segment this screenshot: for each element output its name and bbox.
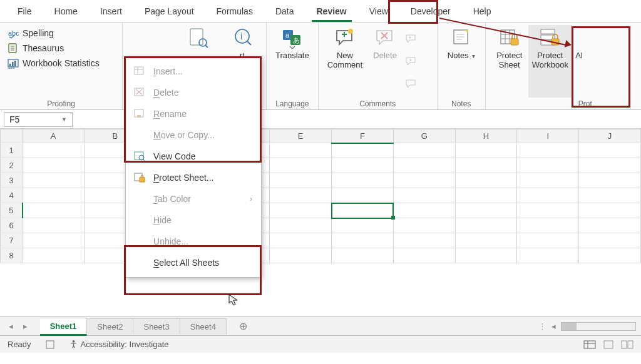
ctx-tab-color[interactable]: Tab Color › xyxy=(126,188,261,210)
tab-insert[interactable]: Insert xyxy=(89,1,133,21)
svg-rect-34 xyxy=(511,39,518,45)
col-E[interactable]: E xyxy=(270,129,332,143)
btn-workbook-stats[interactable]: 123 Workbook Statistics xyxy=(8,58,115,69)
mouse-cursor-icon xyxy=(228,294,238,306)
svg-point-40 xyxy=(72,340,74,343)
btn-new-comment[interactable]: NewComment xyxy=(324,25,366,98)
select-all-corner[interactable] xyxy=(1,129,23,143)
ctx-delete[interactable]: Delete xyxy=(126,82,261,103)
btn-translate[interactable]: aあ Translate xyxy=(272,25,313,61)
btn-protect-sheet[interactable]: ProtectSheet xyxy=(491,25,528,98)
row-6[interactable]: 6 xyxy=(1,218,23,233)
accessibility-icon xyxy=(69,340,78,349)
ctx-move-copy[interactable]: Move or Copy... xyxy=(126,124,261,146)
svg-rect-35 xyxy=(541,29,555,34)
svg-rect-8 xyxy=(14,61,16,66)
chevron-down-icon[interactable]: ▼ xyxy=(61,116,67,123)
view-normal-icon[interactable] xyxy=(583,340,596,349)
tab-view[interactable]: View xyxy=(358,1,399,21)
add-sheet-button[interactable]: ⊕ xyxy=(227,320,260,332)
notes-icon xyxy=(451,28,472,49)
group-language: aあ Translate Language xyxy=(267,23,319,109)
cell-F5[interactable] xyxy=(332,203,394,218)
next-comment-icon[interactable] xyxy=(405,56,416,67)
delete-comment-icon xyxy=(374,28,396,49)
svg-rect-45 xyxy=(622,341,627,348)
partial-icon xyxy=(573,28,585,49)
prev-comment-icon[interactable] xyxy=(405,33,416,44)
svg-text:123: 123 xyxy=(8,66,15,69)
spelling-label: Spelling xyxy=(23,28,54,38)
status-accessibility[interactable]: Accessibility: Investigate xyxy=(69,340,169,349)
btn-spelling[interactable]: abc Spelling xyxy=(8,28,115,39)
sheet-lookup-icon xyxy=(188,28,209,49)
sheet-context-menu: Insert... Delete Rename Move or Copy... … xyxy=(125,56,262,278)
ctx-select-all-sheets[interactable]: Select All Sheets xyxy=(126,252,261,273)
ctx-protect-sheet[interactable]: Protect Sheet... xyxy=(126,167,261,188)
row-5[interactable]: 5 xyxy=(1,203,23,218)
row-7[interactable]: 7 xyxy=(1,233,23,248)
grid[interactable]: A B C D E F G H I J 1 2 3 4 5 6 7 8 xyxy=(0,129,641,316)
tab-help[interactable]: Help xyxy=(462,1,503,21)
btn-allow-edit-partial[interactable]: Al xyxy=(572,25,585,98)
status-recording-icon[interactable] xyxy=(45,340,55,350)
col-I[interactable]: I xyxy=(517,129,579,143)
group-notes: Notes ▾ Notes xyxy=(438,23,486,109)
tab-page-layout[interactable]: Page Layout xyxy=(133,1,205,21)
col-A[interactable]: A xyxy=(23,129,85,143)
ribbon: abc Spelling Thesaurus 123 Workbook Stat… xyxy=(0,23,641,110)
btn-thesaurus[interactable]: Thesaurus xyxy=(8,43,115,54)
tab-splitter[interactable]: ⋮ xyxy=(538,321,546,331)
view-page-break-icon[interactable] xyxy=(621,340,633,349)
btn-notes[interactable]: Notes ▾ xyxy=(443,25,480,61)
tab-data[interactable]: Data xyxy=(264,1,305,21)
protect-workbook-icon xyxy=(540,28,561,49)
sheet-tab-3[interactable]: Sheet3 xyxy=(133,318,180,335)
ctx-rename[interactable]: Rename xyxy=(126,103,261,124)
col-H[interactable]: H xyxy=(455,129,517,143)
tab-home[interactable]: Home xyxy=(43,1,89,21)
tab-formulas[interactable]: Formulas xyxy=(205,1,264,21)
btn-protect-workbook[interactable]: ProtectWorkbook xyxy=(528,25,572,98)
col-J[interactable]: J xyxy=(579,129,641,143)
sheet-tab-2[interactable]: Sheet2 xyxy=(87,318,133,335)
horizontal-scrollbar[interactable] xyxy=(561,322,636,331)
group-label-notes: Notes xyxy=(443,98,480,108)
name-box[interactable]: F5 ▼ xyxy=(4,112,73,127)
btn-delete-comment[interactable]: Delete xyxy=(366,25,404,98)
group-label-protect: Prot xyxy=(491,98,593,108)
row-1[interactable]: 1 xyxy=(1,143,23,158)
notes-label: Notes ▾ xyxy=(448,51,475,61)
sheet-nav-arrows[interactable]: ◂ ▸ xyxy=(0,321,40,331)
sheet-tab-1[interactable]: Sheet1 xyxy=(40,318,88,336)
row-4[interactable]: 4 xyxy=(1,188,23,203)
scroll-left-icon[interactable]: ◂ xyxy=(551,321,556,331)
tab-review[interactable]: Review xyxy=(305,1,358,21)
col-G[interactable]: G xyxy=(393,129,455,143)
translate-label: Translate xyxy=(275,51,309,61)
svg-rect-47 xyxy=(135,67,143,74)
row-3[interactable]: 3 xyxy=(1,173,23,188)
group-comments: NewComment Delete Comments xyxy=(319,23,438,109)
col-F[interactable]: F xyxy=(332,129,394,143)
row-8[interactable]: 8 xyxy=(1,248,23,263)
view-code-icon xyxy=(133,151,146,162)
ctx-hide[interactable]: Hide xyxy=(126,210,261,231)
new-comment-label: NewComment xyxy=(327,51,362,70)
chevron-down-icon: ▾ xyxy=(470,53,475,59)
protect-wb-label: ProtectWorkbook xyxy=(532,51,568,70)
ctx-view-code[interactable]: View Code xyxy=(126,146,261,167)
ctx-unhide[interactable]: Unhide... xyxy=(126,231,261,252)
tab-developer[interactable]: Developer xyxy=(399,1,462,21)
row-2[interactable]: 2 xyxy=(1,158,23,173)
tab-file[interactable]: File xyxy=(6,1,43,21)
show-comments-icon[interactable] xyxy=(405,78,416,89)
translate-icon: aあ xyxy=(282,28,303,49)
stats-label: Workbook Statistics xyxy=(23,58,100,68)
view-page-layout-icon[interactable] xyxy=(602,340,615,349)
svg-line-57 xyxy=(143,159,145,161)
menu-tabs: File Home Insert Page Layout Formulas Da… xyxy=(0,0,641,23)
ctx-insert[interactable]: Insert... xyxy=(126,61,261,82)
sheet-tab-4[interactable]: Sheet4 xyxy=(180,318,227,335)
insert-sheet-icon xyxy=(133,66,146,77)
